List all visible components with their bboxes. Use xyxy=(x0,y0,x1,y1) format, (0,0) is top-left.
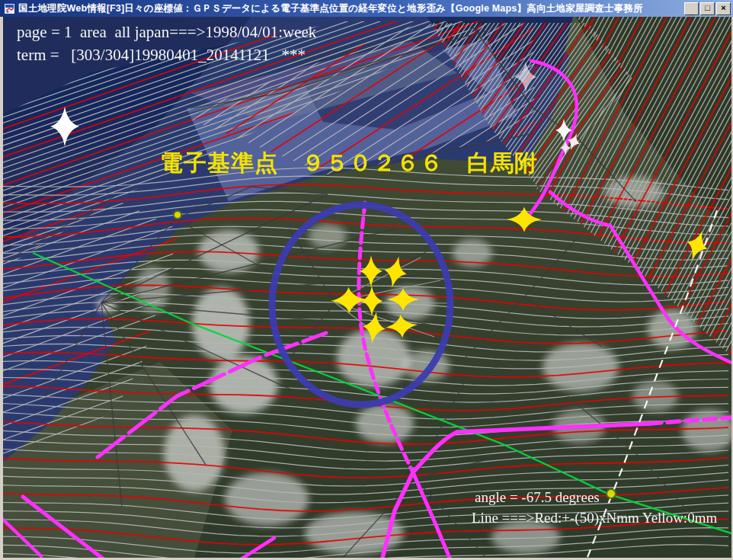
title-bar[interactable]: 国土地理院Web情報[F3]日々の座標値：ＧＰＳデータによる電子基準点位置の経年… xyxy=(0,0,733,17)
window-title: 国土地理院Web情報[F3]日々の座標値：ＧＰＳデータによる電子基準点位置の経年… xyxy=(18,2,683,15)
maximize-button[interactable]: □ xyxy=(700,2,715,15)
station-dot-marker xyxy=(607,489,616,498)
window-border-left xyxy=(0,17,3,560)
close-button[interactable]: × xyxy=(716,2,731,15)
map-canvas[interactable] xyxy=(3,17,731,558)
station-dot-marker xyxy=(174,211,181,219)
app-icon[interactable] xyxy=(4,3,15,14)
app-window: 国土地理院Web情報[F3]日々の座標値：ＧＰＳデータによる電子基準点位置の経年… xyxy=(0,0,733,560)
map-viewport: page = 1 area all japan===>1998/04/01:we… xyxy=(3,17,731,558)
minimize-button[interactable]: _ xyxy=(684,2,699,15)
satellite-base xyxy=(3,17,731,558)
